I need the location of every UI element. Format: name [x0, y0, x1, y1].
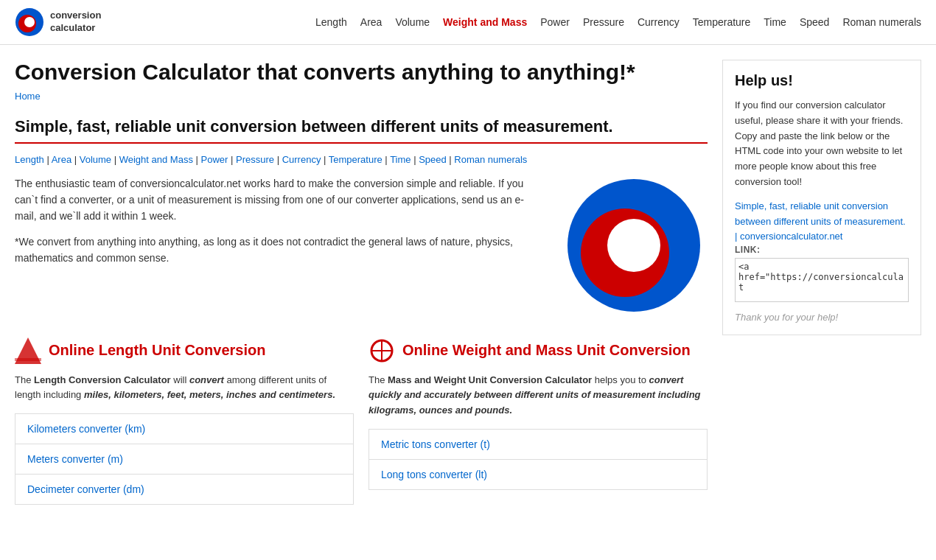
link-item-power[interactable]: Power — [201, 154, 228, 165]
link-item-speed[interactable]: Speed — [419, 154, 447, 165]
link-label: LINK: — [735, 245, 909, 255]
logo-big — [560, 175, 708, 315]
length-desc-italic: convert — [189, 374, 224, 385]
help-link[interactable]: Simple, fast, reliable unit conversion b… — [735, 200, 906, 242]
link-separator: | — [111, 154, 119, 165]
links-row: Length | Area | Volume | Weight and Mass… — [15, 154, 708, 165]
help-box: Help us! If you find our conversion calc… — [722, 60, 921, 335]
link-item-time[interactable]: Time — [390, 154, 411, 165]
tagline: Simple, fast, reliable unit conversion b… — [15, 116, 708, 138]
help-title: Help us! — [735, 72, 909, 89]
nav-item-currency[interactable]: Currency — [638, 16, 680, 28]
length-list-item[interactable]: Decimeter converter (dm) — [15, 475, 353, 504]
desc-para1: The enthusiastic team of conversioncalcu… — [15, 175, 545, 225]
nav-item-area[interactable]: Area — [360, 16, 383, 28]
weight-list-item[interactable]: Metric tons converter (t) — [369, 430, 707, 460]
nav-item-speed[interactable]: Speed — [800, 16, 829, 28]
desc-para2: *We convert from anything into anything,… — [15, 234, 545, 267]
svg-point-2 — [24, 17, 35, 27]
nav: LengthAreaVolumeWeight and MassPowerPres… — [315, 16, 921, 28]
converters-grid: Online Length Unit Conversion The Length… — [15, 337, 708, 505]
nav-item-roman-numerals[interactable]: Roman numerals — [842, 16, 921, 28]
link-item-volume[interactable]: Volume — [80, 154, 111, 165]
link-item-length[interactable]: Length — [15, 154, 44, 165]
link-separator: | — [71, 154, 80, 165]
logo-area[interactable]: conversion calculator — [15, 7, 101, 37]
link-separator: | — [321, 154, 328, 165]
link-item-currency[interactable]: Currency — [282, 154, 321, 165]
weight-icon — [369, 337, 395, 364]
length-desc-italic2: miles, kilometers, feet, meters, inches … — [84, 389, 335, 400]
weight-section: Online Weight and Mass Unit Conversion T… — [369, 337, 708, 505]
length-list-item[interactable]: Meters converter (m) — [15, 444, 353, 475]
main-wrapper: Conversion Calculator that converts anyt… — [0, 45, 936, 505]
length-list-item[interactable]: Kilometers converter (km) — [15, 414, 353, 444]
weight-list-item[interactable]: Long tons converter (lt) — [369, 460, 707, 489]
link-separator: | — [193, 154, 201, 165]
link-separator: | — [44, 154, 52, 165]
svg-rect-7 — [15, 358, 41, 361]
header: conversion calculator LengthAreaVolumeWe… — [0, 0, 936, 45]
link-separator: | — [411, 154, 419, 165]
nav-item-volume[interactable]: Volume — [395, 16, 430, 28]
sidebar: Help us! If you find our conversion calc… — [722, 60, 921, 505]
content-area: Conversion Calculator that converts anyt… — [15, 60, 708, 505]
hero-title: Conversion Calculator that converts anyt… — [15, 60, 708, 85]
link-textarea[interactable] — [735, 258, 909, 302]
big-logo-icon — [560, 175, 708, 315]
help-desc: If you find our conversion calculator us… — [735, 98, 909, 190]
thank-you: Thank you for your help! — [735, 312, 909, 323]
tagline-divider — [15, 142, 708, 144]
link-separator: | — [383, 154, 390, 165]
nav-item-length[interactable]: Length — [315, 16, 347, 28]
nav-item-temperature[interactable]: Temperature — [693, 16, 751, 28]
length-desc: The Length Conversion Calculator will co… — [15, 373, 354, 404]
link-item-weight-and-mass[interactable]: Weight and Mass — [119, 154, 193, 165]
link-item-pressure[interactable]: Pressure — [236, 154, 274, 165]
weight-header: Online Weight and Mass Unit Conversion — [369, 337, 708, 364]
length-icon — [15, 337, 41, 364]
weight-desc-bold: Mass and Weight Unit Conversion Calculat… — [388, 374, 592, 385]
link-separator: | — [447, 154, 455, 165]
length-header: Online Length Unit Conversion — [15, 337, 354, 364]
link-item-roman-numerals[interactable]: Roman numerals — [454, 154, 527, 165]
link-item-area[interactable]: Area — [52, 154, 71, 165]
length-desc-bold: Length Conversion Calculator — [34, 374, 171, 385]
desc-text: The enthusiastic team of conversioncalcu… — [15, 175, 545, 315]
logo-icon — [15, 7, 44, 37]
nav-item-time[interactable]: Time — [764, 16, 786, 28]
length-list: Kilometers converter (km)Meters converte… — [15, 413, 354, 505]
length-title[interactable]: Online Length Unit Conversion — [49, 342, 265, 359]
breadcrumb[interactable]: Home — [15, 91, 708, 102]
nav-item-weight-and-mass[interactable]: Weight and Mass — [443, 16, 527, 28]
weight-desc: The Mass and Weight Unit Conversion Calc… — [369, 373, 708, 419]
weight-list: Metric tons converter (t)Long tons conve… — [369, 429, 708, 490]
link-separator: | — [274, 154, 282, 165]
svg-point-5 — [607, 219, 660, 272]
link-item-temperature[interactable]: Temperature — [329, 154, 383, 165]
nav-item-power[interactable]: Power — [540, 16, 570, 28]
link-separator: | — [228, 154, 236, 165]
nav-item-pressure[interactable]: Pressure — [583, 16, 624, 28]
description-area: The enthusiastic team of conversioncalcu… — [15, 175, 708, 315]
weight-title[interactable]: Online Weight and Mass Unit Conversion — [402, 342, 691, 359]
length-section: Online Length Unit Conversion The Length… — [15, 337, 354, 505]
logo-text: conversion calculator — [50, 10, 101, 35]
